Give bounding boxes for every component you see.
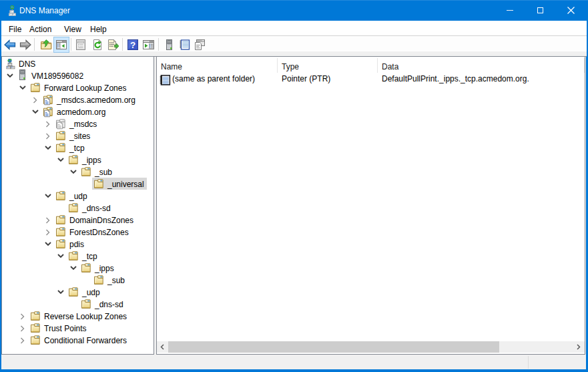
svg-text:?: ? xyxy=(130,40,135,50)
